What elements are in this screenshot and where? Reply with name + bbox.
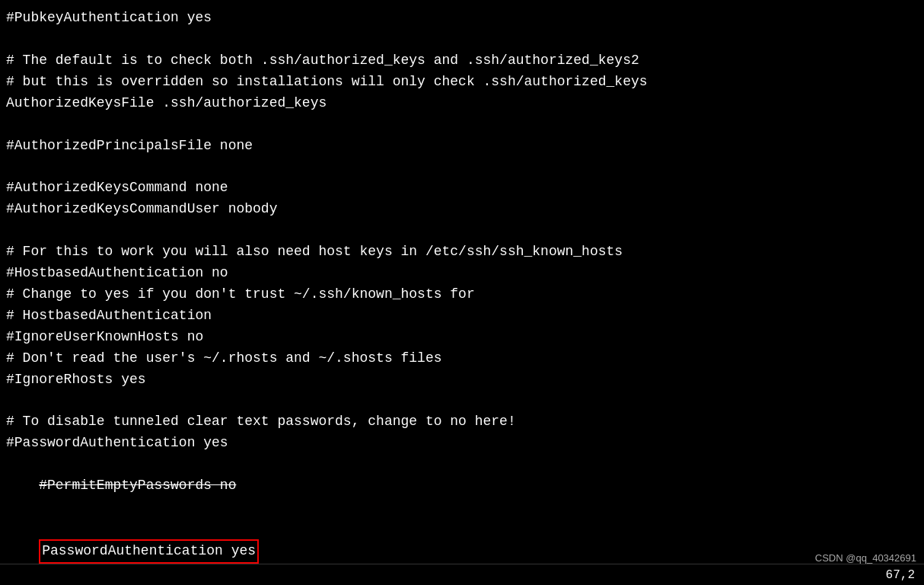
csdn-badge: CSDN @qq_40342691 <box>815 552 916 564</box>
empty-line <box>6 29 918 50</box>
terminal: #PubkeyAuthentication yes # The default … <box>0 0 924 564</box>
code-line: #IgnoreUserKnownHosts no <box>6 327 918 348</box>
code-line: # but this is overridden so installation… <box>6 72 918 93</box>
code-line: # Change to yes if you don't trust ~/.ss… <box>6 284 918 305</box>
code-line: #AuthorizedKeysCommandUser nobody <box>6 199 918 220</box>
code-line: #PasswordAuthentication yes <box>6 433 918 454</box>
code-line-strikethrough: #PermitEmptyPasswords no <box>6 454 918 518</box>
code-line: AuthorizedKeysFile .ssh/authorized_keys <box>6 93 918 114</box>
code-line: # To disable tunneled clear text passwor… <box>6 411 918 433</box>
code-line: #IgnoreRhosts yes <box>6 369 918 391</box>
cursor-position: 67,2 <box>886 568 915 582</box>
code-line: #AuthorizedPrincipalsFile none <box>6 136 918 157</box>
code-line: #HostbasedAuthentication no <box>6 263 918 284</box>
highlighted-text: PasswordAuthentication yes <box>39 539 259 564</box>
empty-line <box>6 114 918 136</box>
code-line: # The default is to check both .ssh/auth… <box>6 50 918 72</box>
code-line: # HostbasedAuthentication <box>6 305 918 327</box>
empty-line <box>6 220 918 241</box>
code-line: # Don't read the user's ~/.rhosts and ~/… <box>6 348 918 369</box>
status-bar: 67,2 <box>0 564 924 585</box>
code-line: # For this to work you will also need ho… <box>6 241 918 263</box>
empty-line <box>6 390 918 411</box>
empty-line <box>6 156 918 177</box>
code-line: #PubkeyAuthentication yes <box>6 8 918 29</box>
code-line: #AuthorizedKeysCommand none <box>6 177 918 199</box>
code-line-highlighted: PasswordAuthentication yes <box>6 518 918 564</box>
